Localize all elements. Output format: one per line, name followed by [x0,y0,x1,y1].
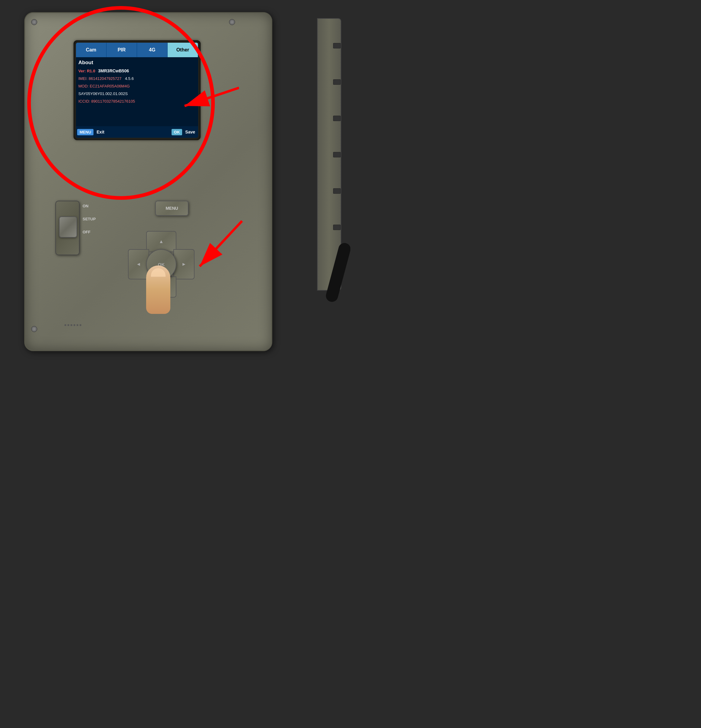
power-switch-knob[interactable] [59,217,77,238]
tab-bar: Cam PIR 4G Other [76,43,198,57]
tab-4g[interactable]: 4G [137,43,167,57]
screen-menu-button[interactable]: MENU [77,129,94,135]
mod-row: MOD: EC21AFAR05A06M4G [78,83,196,89]
hinge-slot-5 [333,188,341,194]
hinge-panel [317,18,341,290]
camera-body: Cam PIR 4G Other About Ver: R1.0 3MR3RCw… [24,12,272,351]
version-label: Ver: R1.0 [78,69,95,73]
speaker-grille [65,324,81,326]
screw-tr [229,19,235,25]
physical-menu-button[interactable]: MENU [155,201,189,216]
tab-pir[interactable]: PIR [107,43,137,57]
screw-bl [31,326,37,332]
switch-off-label: OFF [82,230,95,234]
speaker-dot-4 [74,324,75,326]
imei-version: 4.5.6 [125,76,134,81]
hinge-slot-1 [333,43,341,48]
speaker-dot-2 [68,324,69,326]
tab-cam[interactable]: Cam [76,43,107,57]
physical-menu-label: MENU [166,206,178,211]
about-title: About [78,59,196,66]
dpad-right-button[interactable]: ► [173,249,195,279]
hinge-slot-3 [333,116,341,121]
switch-setup-label: SETUP [82,217,95,221]
imei-row: IMEI: 861412047925727 4.5.6 [78,75,196,82]
screen-display: Cam PIR 4G Other About Ver: R1.0 3MR3RCw… [76,43,198,138]
iccid-row: ICCID: 89011703278542176105 [78,98,196,104]
say-row: SAY05Y06Y01.002.01.002S [78,91,196,97]
speaker-dot-6 [79,324,81,326]
screen-ok-button[interactable]: OK [172,129,182,135]
finger [140,266,176,320]
screw-tl [31,19,37,25]
hinge-slot-4 [333,152,341,157]
switch-labels: ON SETUP OFF [82,204,95,243]
speaker-dot-1 [65,324,66,326]
tab-other[interactable]: Other [167,43,198,57]
version-code: 3MR3RCwB506 [98,68,129,73]
screen-bezel: Cam PIR 4G Other About Ver: R1.0 3MR3RCw… [74,40,200,140]
switch-on-label: ON [82,204,95,208]
finger-shape [146,266,170,314]
version-row: Ver: R1.0 3MR3RCwB506 [78,68,196,74]
button-bar: MENU Exit OK Save [76,126,198,138]
screen-exit-button[interactable]: Exit [95,129,106,135]
screen-content: About Ver: R1.0 3MR3RCwB506 IMEI: 861412… [76,57,198,126]
hinge-slot-2 [333,79,341,85]
power-switch-area: ON SETUP OFF [55,201,110,267]
speaker-dot-5 [76,324,78,326]
scene: Cam PIR 4G Other About Ver: R1.0 3MR3RCw… [0,0,350,364]
speaker-dot-3 [71,324,72,326]
finger-nail [151,268,166,277]
imei-label: IMEI: 861412047925727 [78,76,121,81]
power-switch-housing [55,201,79,255]
screen-save-button[interactable]: Save [183,129,197,135]
hinge-slot-6 [333,225,341,230]
